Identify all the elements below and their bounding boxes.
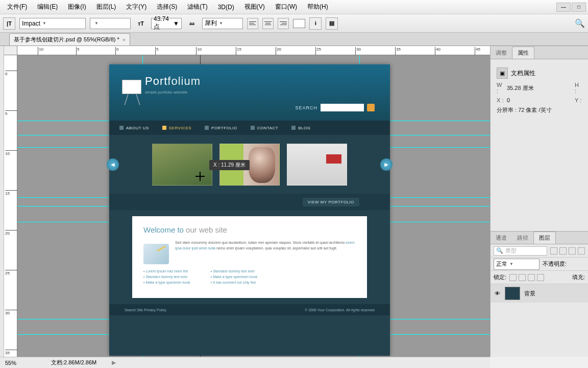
char-panel-button[interactable]: ▤ (326, 17, 338, 30)
filter-image-icon[interactable] (550, 247, 557, 255)
align-right-button[interactable] (278, 18, 289, 29)
content-box: Welcome to our web site Sed diam nonummy… (132, 216, 367, 298)
carousel-thumb (287, 144, 347, 186)
tab-paths[interactable]: 路径 (512, 232, 533, 244)
tab-layers[interactable]: 图层 (533, 232, 556, 244)
note-icon (143, 244, 169, 264)
opacity-label: 不透明度: (543, 260, 567, 268)
menu-type[interactable]: 文字(Y) (121, 1, 152, 13)
visibility-icon[interactable]: 👁 (494, 290, 501, 296)
site-tagline: simple portfolio website (145, 90, 354, 95)
layer-name: 背景 (524, 290, 535, 297)
align-left-button[interactable] (247, 18, 258, 29)
menu-file[interactable]: 文件(F) (2, 1, 32, 13)
tab-close-icon[interactable]: × (122, 37, 126, 43)
antialias-select[interactable]: 犀利▼ (202, 18, 243, 29)
lock-label: 锁定: (494, 273, 506, 281)
menu-filter[interactable]: 滤镜(T) (182, 1, 212, 13)
tab-adjustments[interactable]: 调整 (491, 47, 512, 59)
align-center-button[interactable] (262, 18, 274, 29)
carousel-next-icon: ► (380, 158, 393, 171)
site-footer: Search Site Privacy Policy© 2009 Your Co… (109, 304, 390, 315)
lock-artboard-icon[interactable] (537, 274, 544, 281)
move-cursor-icon (195, 172, 205, 181)
menu-bar: 文件(F) 编辑(E) 图像(I) 图层(L) 文字(Y) 选择(S) 滤镜(T… (0, 0, 588, 14)
document-tab[interactable]: 基于参考线创建切片.psd @ 55%(RGB/8) * × (9, 33, 130, 45)
font-family-select[interactable]: Impact▼ (19, 18, 86, 29)
document-icon: ▣ (497, 67, 508, 79)
logo-icon (122, 80, 142, 105)
panels-column: 调整 属性 ▣文档属性 W :35.28 厘米H : X :0Y : 分辨率 :… (490, 46, 588, 357)
artboard: Portfolium simple portfolio website SEAR… (109, 64, 390, 356)
lock-all-icon[interactable] (528, 274, 535, 281)
ruler-vertical[interactable]: 0 5 10 15 20 25 30 35 (4, 55, 17, 357)
filter-adj-icon[interactable] (559, 247, 567, 255)
fill-label: 填充: (572, 273, 585, 281)
menu-layer[interactable]: 图层(L) (91, 1, 121, 13)
lock-pixels-icon[interactable] (509, 274, 517, 281)
layers-panel: 🔍类型 正常▼ 不透明度: 锁定: (491, 244, 588, 357)
menu-edit[interactable]: 编辑(E) (32, 1, 63, 13)
tab-title: 基于参考线创建切片.psd @ 55%(RGB/8) * (14, 36, 119, 43)
aa-icon: aa (186, 17, 198, 30)
carousel: ◄ ► (109, 135, 390, 194)
warp-text-button[interactable]: I̵ (309, 17, 322, 30)
status-bar: 55% 文档:2.86M/2.86M ▶ (0, 357, 490, 368)
search-label: SEARCH (295, 105, 317, 110)
menu-help[interactable]: 帮助(H) (302, 1, 333, 13)
font-size-icon: тT (135, 17, 147, 30)
search-button-icon (367, 104, 375, 111)
layer-row[interactable]: 👁 背景 (491, 284, 588, 303)
menu-image[interactable]: 图像(I) (63, 1, 91, 13)
layer-filter-select[interactable]: 🔍类型 (494, 246, 547, 256)
tab-properties[interactable]: 属性 (512, 47, 534, 59)
font-style-select[interactable]: ▼ (90, 18, 131, 29)
status-menu-icon[interactable]: ▶ (112, 359, 116, 366)
minimize-button[interactable]: — (556, 3, 571, 12)
text-color-swatch[interactable] (293, 19, 305, 28)
search-icon[interactable]: 🔍 (575, 18, 585, 28)
search-input (321, 104, 364, 111)
lock-position-icon[interactable] (519, 274, 526, 281)
menu-3d[interactable]: 3D(D) (213, 2, 239, 12)
menu-view[interactable]: 视图(V) (239, 1, 270, 13)
tab-channels[interactable]: 通道 (491, 232, 512, 244)
ruler-corner (4, 46, 17, 55)
site-nav: ABOUT US SERVICES PORTFOLIO CONTACT BLOG (109, 121, 390, 135)
tool-icon[interactable]: |T (3, 17, 15, 30)
document-tab-bar: 基于参考线创建切片.psd @ 55%(RGB/8) * × (0, 33, 588, 46)
canvas-area[interactable]: 10 5 0 5 10 15 20 25 30 35 40 45 0 5 10 … (4, 46, 490, 357)
maximize-button[interactable]: □ (572, 3, 586, 12)
font-size-field[interactable]: 43.74 点▼ (151, 18, 182, 29)
carousel-prev-icon: ◄ (107, 158, 119, 171)
layer-thumbnail (505, 287, 520, 300)
doc-size: 文档:2.86M/2.86M (51, 359, 96, 366)
menu-select[interactable]: 选择(S) (152, 1, 182, 13)
options-bar: |T Impact▼ ▼ тT 43.74 点▼ aa 犀利▼ I̵ ▤ 🔍 (0, 14, 588, 33)
ruler-horizontal[interactable]: 10 5 0 5 10 15 20 25 30 35 40 45 (17, 46, 490, 55)
coord-tooltip: X : 11.29 厘米 (209, 160, 250, 170)
tool-column (0, 46, 4, 357)
filter-shape-icon[interactable] (578, 247, 585, 255)
menu-window[interactable]: 窗口(W) (270, 1, 302, 13)
view-portfolio-button: VIEW MY PORTFOLIO (303, 198, 359, 206)
blend-mode-select[interactable]: 正常▼ (494, 259, 540, 270)
site-title: Portfolium (145, 75, 354, 88)
properties-panel: ▣文档属性 W :35.28 厘米H : X :0Y : 分辨率 : 72 像素… (491, 59, 588, 122)
site-header: Portfolium simple portfolio website SEAR… (109, 64, 390, 121)
zoom-field[interactable]: 55% (5, 360, 36, 366)
filter-type-icon[interactable] (569, 247, 576, 255)
